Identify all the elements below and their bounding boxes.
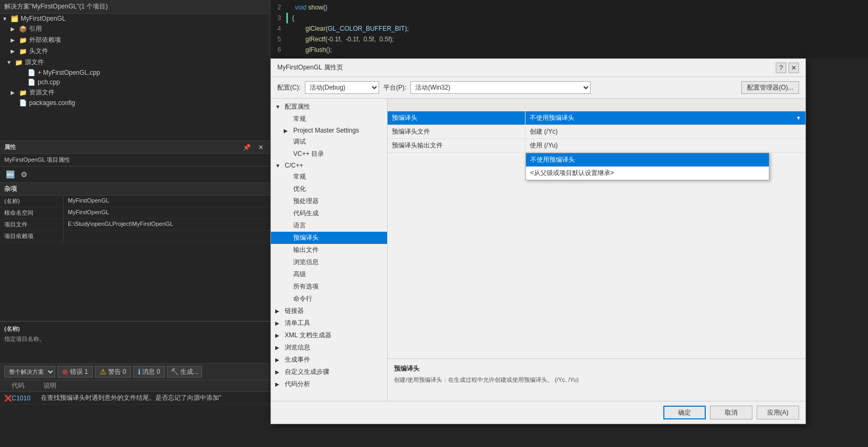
code-line-2: 2 void show() [270,2,868,13]
tree-node-advanced[interactable]: 高级 [271,268,387,281]
settings-tree: ▼ 配置属性 常规 ▶ Project Master Settings 调试 V… [271,99,388,401]
tree-node-manifest-tool[interactable]: ▶ 清单工具 [271,317,387,329]
tree-node-project-master-settings[interactable]: ▶ Project Master Settings [271,125,387,136]
tree-node-cpp[interactable]: ▼ C/C++ [271,160,387,171]
tree-node-language[interactable]: 语言 [271,220,387,232]
tree-node-linker[interactable]: ▶ 链接器 [271,305,387,317]
tree-node-all-options[interactable]: 所有选项 [271,281,387,293]
settings-row-pch-output[interactable]: 预编译头输出文件 使用 (/Yu) [388,139,805,153]
tree-item-pch-cpp[interactable]: 📄 pch.cpp [0,77,270,87]
dialog-close-btn[interactable]: ✕ [788,63,799,73]
prop-row-namespace: 根命名空间 MyFirstOpenGL [0,207,270,219]
project-arrow: ▼ [2,16,11,22]
properties-close[interactable]: ✕ [256,144,266,151]
build-btn[interactable]: 🔨 生成... [167,366,202,378]
properties-dialog: MyFirstOpenGL 属性页 ? ✕ 配置(C): 活动(Debug) 平… [270,58,806,424]
prop-row-file: 项目文件 E:\Study\openGLProject\MyFirstOpenG… [0,219,270,231]
ok-button[interactable]: 确定 [663,406,706,419]
settings-name-pch-file: 预编译头文件 [388,125,525,138]
col-desc-header: 说明 [43,381,266,390]
pin-button[interactable]: 📌 [241,144,253,151]
tree-node-debug[interactable]: 调试 [271,136,387,148]
dropdown-item-no-pch[interactable]: 不使用预编译头 [526,153,769,166]
message-count-badge[interactable]: ℹ 消息 0 [133,366,165,378]
dialog-title-buttons: ? ✕ [776,63,799,73]
tree-node-output-files[interactable]: 输出文件 [271,244,387,256]
headers-label: 头文件 [29,47,48,56]
tree-node-xml-doc-gen[interactable]: ▶ XML 文档生成器 [271,329,387,341]
tree-item-headers[interactable]: ▶ 📁 头文件 [0,46,270,57]
code-analysis-arrow: ▶ [275,381,283,387]
code-line-4: 4 glClear(GL_COLOR_BUFFER_BIT); [270,23,868,34]
error-desc-c1010: 在查找预编译头时遇到意外的文件结尾。是否忘记了向源中添加" [41,393,266,402]
error-code-c1010[interactable]: C1010 [12,395,41,402]
tree-item-main-cpp[interactable]: 📄 + MyFirstOpenGL.cpp [0,68,270,77]
config-select[interactable]: 活动(Debug) [305,81,379,94]
prop-section-header: 杂项 [0,183,270,196]
prop-row-name: (名称) MyFirstOpenGL [0,196,270,207]
error-list: 整个解决方案 ⊗ 错误 1 ⚠ 警告 0 ℹ 消息 0 🔨 生成... 代码 说… [0,363,270,447]
tree-item-sources[interactable]: ▼ 📁 源文件 [0,57,270,68]
build-events-arrow: ▶ [275,357,283,363]
tree-item-resources[interactable]: ▶ 📁 资源文件 [0,87,270,98]
prop-sort-btn[interactable]: 🔤 [4,169,16,180]
error-row-1[interactable]: ❌ C1010 在查找预编译头时遇到意外的文件结尾。是否忘记了向源中添加" [0,392,270,405]
prop-toolbar: 🔤 ⚙ [0,166,270,183]
pch-dropdown: 不使用预编译头 <从父级或项目默认设置继承> [525,153,769,180]
references-label: 引用 [29,24,42,33]
error-filter-select[interactable]: 整个解决方案 [4,366,55,378]
tree-item-references[interactable]: ▶ 📦 引用 [0,23,270,34]
dialog-help-btn[interactable]: ? [776,63,786,73]
settings-name-pch: 预编译头 [388,111,525,125]
tree-node-build-events[interactable]: ▶ 生成事件 [271,354,387,366]
settings-table: 预编译头 不使用预编译头 ▼ 预编译头文件 创建 (/Yc) 预编译头输出文件 … [388,99,805,358]
error-icon: ⊗ [62,367,68,376]
error-count-badge[interactable]: ⊗ 错误 1 [57,366,93,378]
settings-value-pch-file: 创建 (/Yc) [525,125,805,138]
warning-count-badge[interactable]: ⚠ 警告 0 [95,366,131,378]
tree-item-packages-config[interactable]: 📄 packages.config [0,98,270,108]
config-bar: 配置(C): 活动(Debug) 平台(P): 活动(Win32) 配置管理器(… [271,77,805,99]
message-count-label: 消息 0 [142,367,160,376]
tree-node-precompiled-header[interactable]: 预编译头 [271,232,387,244]
dropdown-item-inherit[interactable]: <从父级或项目默认设置继承> [526,166,769,180]
desc-title: 预编译头 [394,364,799,373]
tree-node-preprocessor[interactable]: 预处理器 [271,195,387,207]
code-line-3: 3 { [270,13,868,23]
tree-node-cpp-general[interactable]: 常规 [271,171,387,183]
external-deps-arrow: ▶ [11,37,19,43]
error-count-label: 错误 1 [70,367,88,376]
sources-label: 源文件 [25,58,44,67]
tree-node-browse-info2[interactable]: ▶ 浏览信息 [271,341,387,354]
properties-titlebar: 属性 📌 ✕ [0,141,270,154]
tree-node-optimization[interactable]: 优化 [271,183,387,195]
tree-node-config-props[interactable]: ▼ 配置属性 [271,101,387,113]
settings-row-pch-file[interactable]: 预编译头文件 创建 (/Yc) [388,125,805,139]
sources-arrow: ▼ [6,59,15,65]
tree-node-command-line[interactable]: 命令行 [271,293,387,305]
build-label: 生成... [180,367,198,376]
apply-button[interactable]: 应用(A) [757,406,799,419]
properties-panel: 属性 📌 ✕ MyFirstOpenGL 项目属性 🔤 ⚙ 杂项 (名称) My… [0,141,270,363]
code-editor: 2 void show() 3 { 4 glClear(GL_COLOR_BUF… [270,0,868,58]
config-manager-btn[interactable]: 配置管理器(O)... [741,81,799,94]
headers-arrow: ▶ [11,48,19,54]
tree-node-custom-build[interactable]: ▶ 自定义生成步骤 [271,366,387,378]
settings-row-pch[interactable]: 预编译头 不使用预编译头 ▼ [388,111,805,125]
external-deps-label: 外部依赖项 [29,36,61,45]
tree-node-browse-info[interactable]: 浏览信息 [271,256,387,268]
settings-value-pch: 不使用预编译头 ▼ [525,111,805,125]
tree-item-project[interactable]: ▼ 🗂️ MyFirstOpenGL [0,14,270,23]
code-line-5: 5 glRectf(-0.1f, -0.1f, 0.5f, 0.5f); [270,34,868,45]
packages-config-label: packages.config [29,99,75,107]
prop-group-btn[interactable]: ⚙ [18,169,30,180]
tree-node-code-analysis[interactable]: ▶ 代码分析 [271,378,387,390]
tree-node-vc-dirs[interactable]: VC++ 目录 [271,148,387,160]
description-area: 预编译头 创建/使用预编译头：在生成过程中允许创建或使用预编译头。 (/Yc, … [388,358,805,401]
tree-node-code-gen[interactable]: 代码生成 [271,207,387,220]
tree-item-external-deps[interactable]: ▶ 📁 外部依赖项 [0,34,270,46]
cancel-button[interactable]: 取消 [710,406,752,419]
prop-name-namespace: 根命名空间 [0,207,64,218]
tree-node-general[interactable]: 常规 [271,113,387,125]
platform-select[interactable]: 活动(Win32) [410,81,591,94]
